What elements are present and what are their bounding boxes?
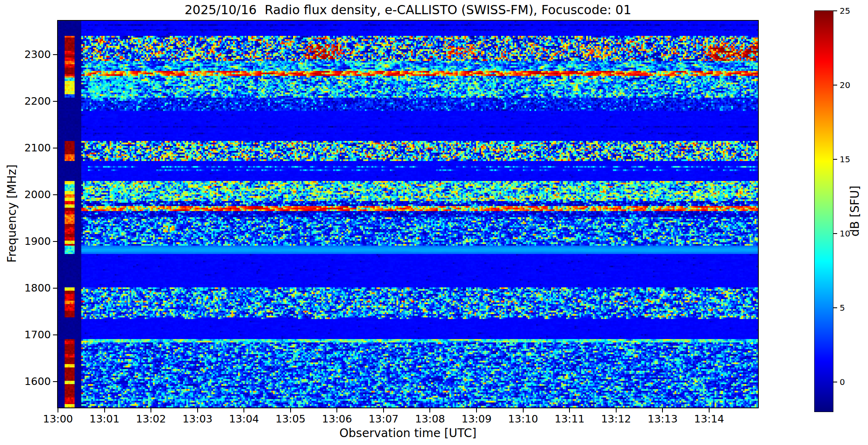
colorbar-tick-mark bbox=[833, 10, 837, 11]
spectrogram-canvas bbox=[58, 21, 758, 407]
y-tick-label: 1900 bbox=[0, 235, 51, 248]
x-tick-mark bbox=[662, 408, 663, 412]
x-tick-label: 13:10 bbox=[508, 413, 538, 425]
x-tick-mark bbox=[476, 408, 477, 412]
x-tick-label: 13:12 bbox=[601, 413, 631, 425]
colorbar-tick-mark bbox=[833, 382, 837, 382]
y-tick-mark bbox=[53, 148, 57, 148]
x-tick-mark bbox=[569, 408, 570, 412]
x-tick-mark bbox=[383, 408, 384, 412]
x-tick-mark bbox=[104, 408, 105, 412]
y-tick-mark bbox=[53, 241, 57, 242]
x-tick-mark bbox=[243, 408, 244, 412]
x-tick-label: 13:06 bbox=[322, 413, 352, 425]
y-tick-label: 2200 bbox=[0, 95, 51, 108]
colorbar-label-text: dB [SFU] bbox=[848, 186, 862, 236]
colorbar-tick-label: 25 bbox=[840, 6, 850, 16]
plot-area bbox=[57, 20, 759, 408]
x-tick-label: 13:04 bbox=[229, 413, 259, 425]
y-tick-label: 2100 bbox=[0, 142, 51, 154]
x-tick-label: 13:00 bbox=[43, 413, 73, 425]
y-tick-mark bbox=[53, 381, 57, 382]
colorbar bbox=[814, 10, 833, 412]
x-tick-mark bbox=[151, 408, 151, 412]
chart-title: 2025/10/16 Radio flux density, e-CALLIST… bbox=[58, 3, 758, 17]
y-tick-label: 2000 bbox=[0, 189, 51, 201]
figure: 2025/10/16 Radio flux density, e-CALLIST… bbox=[0, 0, 868, 445]
colorbar-tick-label: 15 bbox=[840, 154, 850, 164]
x-tick-mark bbox=[523, 408, 524, 412]
x-tick-label: 13:05 bbox=[276, 413, 306, 425]
x-tick-mark bbox=[197, 408, 198, 412]
x-tick-label: 13:13 bbox=[647, 413, 677, 425]
y-axis-label-text: Frequency [MHz] bbox=[5, 164, 19, 262]
colorbar-tick-label: 5 bbox=[840, 303, 845, 313]
x-tick-label: 13:02 bbox=[136, 413, 166, 425]
colorbar-tick-mark bbox=[833, 233, 837, 234]
x-axis-label: Observation time [UTC] bbox=[58, 426, 758, 440]
y-tick-mark bbox=[53, 194, 57, 195]
colorbar-tick-mark bbox=[833, 85, 837, 85]
x-tick-mark bbox=[429, 408, 430, 412]
y-tick-label: 1800 bbox=[0, 282, 51, 294]
x-tick-mark bbox=[290, 408, 291, 412]
colorbar-tick-mark bbox=[833, 307, 837, 308]
x-tick-label: 13:03 bbox=[183, 413, 213, 425]
colorbar-canvas bbox=[815, 11, 833, 412]
x-tick-label: 13:11 bbox=[554, 413, 585, 425]
x-tick-label: 13:07 bbox=[369, 413, 399, 425]
colorbar-tick-mark bbox=[833, 159, 837, 160]
y-tick-mark bbox=[53, 334, 57, 335]
x-tick-mark bbox=[709, 408, 710, 412]
x-tick-mark bbox=[336, 408, 337, 412]
x-tick-label: 13:01 bbox=[90, 413, 120, 425]
y-tick-label: 1600 bbox=[0, 375, 51, 388]
x-tick-label: 13:14 bbox=[694, 413, 724, 425]
x-tick-label: 13:08 bbox=[415, 413, 445, 425]
y-tick-mark bbox=[53, 54, 57, 55]
x-tick-label: 13:09 bbox=[462, 413, 492, 425]
y-tick-label: 2300 bbox=[0, 48, 51, 61]
x-tick-mark bbox=[616, 408, 617, 412]
y-tick-mark bbox=[53, 288, 57, 289]
colorbar-tick-label: 20 bbox=[840, 80, 850, 90]
y-tick-label: 1700 bbox=[0, 329, 51, 341]
colorbar-tick-label: 0 bbox=[840, 377, 845, 387]
x-tick-mark bbox=[58, 408, 58, 412]
y-tick-mark bbox=[53, 101, 57, 102]
